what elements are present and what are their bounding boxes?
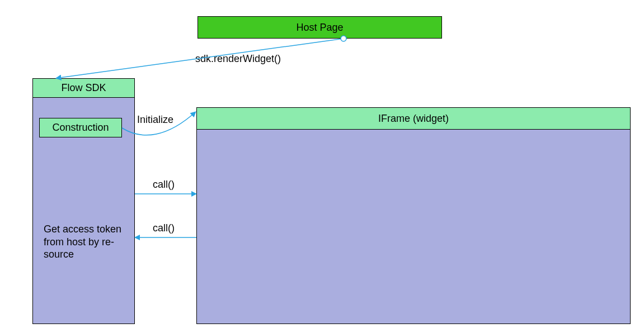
call-label-1: call() xyxy=(153,179,175,191)
iframe-header: IFrame (widget) xyxy=(196,107,631,130)
host-page-box: Host Page xyxy=(198,16,442,39)
host-page-label: Host Page xyxy=(296,22,343,34)
access-token-text: Get access token from host by re- source xyxy=(44,223,133,261)
flow-sdk-header-label: Flow SDK xyxy=(61,82,106,94)
call-label-2: call() xyxy=(153,222,175,234)
diagram-stage: Host Page Flow SDK Construction Get acce… xyxy=(0,0,644,333)
iframe-body xyxy=(196,107,631,324)
construction-label: Construction xyxy=(52,122,109,134)
access-token-text-value: Get access token from host by re- source xyxy=(44,223,121,260)
construction-box: Construction xyxy=(39,118,122,137)
flow-sdk-body xyxy=(32,78,135,324)
iframe-header-label: IFrame (widget) xyxy=(378,113,449,125)
initialize-label: Initialize xyxy=(137,114,173,126)
flow-sdk-header: Flow SDK xyxy=(32,78,135,98)
render-widget-label: sdk.renderWidget() xyxy=(195,53,281,65)
